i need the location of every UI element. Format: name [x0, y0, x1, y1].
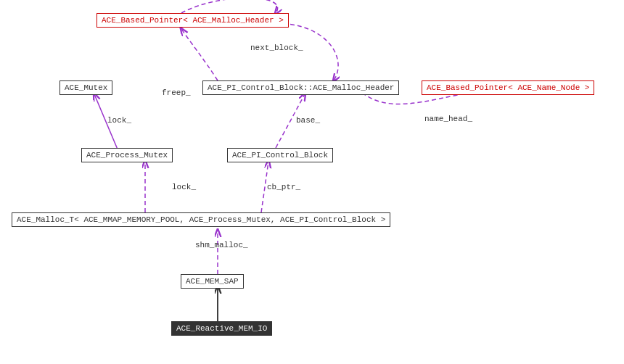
diagram-arrows [0, 0, 624, 364]
label-lock-1: lock_ [107, 116, 131, 125]
node-ace-process-mutex: ACE_Process_Mutex [81, 148, 173, 162]
label-lock-2: lock_ [172, 183, 196, 191]
label-freep: freep_ [162, 88, 191, 97]
node-ace-based-pointer-header: ACE_Based_Pointer< ACE_Malloc_Header > [97, 13, 289, 28]
label-base: base_ [296, 116, 320, 125]
label-name-head: name_head_ [424, 115, 472, 123]
node-ace-reactive-mem-io: ACE_Reactive_MEM_IO [171, 321, 272, 336]
node-ace-pi-control-block: ACE_PI_Control_Block [227, 148, 333, 162]
label-shm-malloc: shm_malloc_ [195, 241, 248, 249]
node-ace-mem-sap: ACE_MEM_SAP [181, 274, 244, 289]
label-next-block: next_block_ [250, 44, 303, 52]
node-ace-mutex: ACE_Mutex [59, 80, 112, 95]
node-ace-pi-control-block-malloc-header: ACE_PI_Control_Block::ACE_Malloc_Header [202, 80, 399, 95]
node-ace-based-pointer-name-node: ACE_Based_Pointer< ACE_Name_Node > [422, 80, 594, 95]
node-ace-malloc-t: ACE_Malloc_T< ACE_MMAP_MEMORY_POOL, ACE_… [12, 212, 390, 227]
diagram-container: ACE_Based_Pointer< ACE_Malloc_Header > A… [0, 0, 624, 364]
label-cb-ptr: cb_ptr_ [267, 183, 300, 191]
